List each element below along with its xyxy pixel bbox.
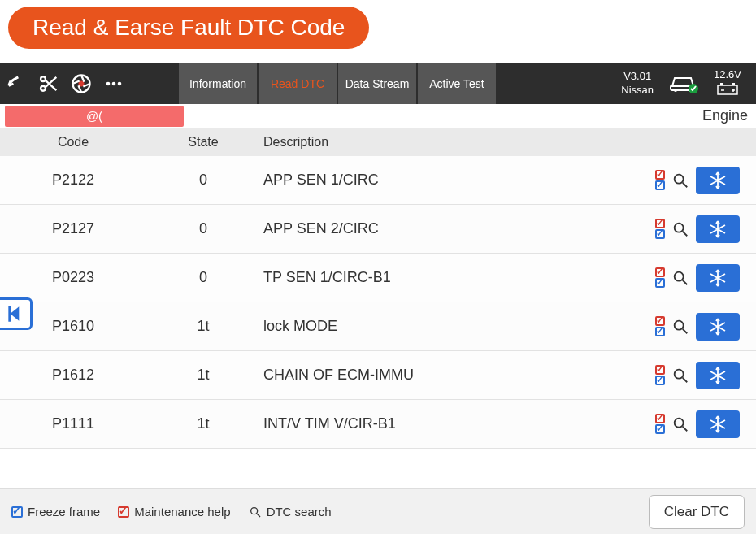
cell-state: 1t [146, 318, 260, 335]
svg-point-5 [112, 82, 116, 86]
cell-code: P2122 [0, 171, 146, 189]
cell-description: CHAIN OF ECM-IMMU [260, 367, 634, 384]
battery-icon [717, 82, 738, 95]
header-code: Code [0, 135, 146, 150]
freeze-frame-button[interactable] [696, 410, 740, 438]
tab-data-stream[interactable]: Data Stream [338, 63, 416, 104]
side-expand-tab[interactable] [0, 297, 33, 330]
dtc-table: Code State Description P2122 0 APP SEN 1… [0, 128, 756, 449]
legend-dtc-search: DTC search [249, 505, 332, 519]
cell-description: lock MODE [260, 318, 634, 335]
footer-bar: Freeze frame Maintenance help DTC search… [0, 488, 756, 534]
freeze-frame-button[interactable] [696, 313, 740, 341]
svg-point-14 [675, 174, 684, 183]
tab-information[interactable]: Information [179, 63, 257, 104]
top-toolbar: Information Read DTC Data Stream Active … [0, 63, 756, 104]
svg-point-8 [674, 89, 677, 92]
legend-search-label: DTC search [267, 505, 332, 519]
cell-code: P1612 [0, 367, 146, 384]
svg-point-17 [675, 320, 684, 329]
svg-point-21 [250, 507, 257, 514]
maintenance-help-icon[interactable] [655, 170, 665, 190]
table-row: P1111 1t INT/V TIM V/CIR-B1 [0, 400, 756, 449]
status-block: V3.01 Nissan 12.6V [621, 68, 756, 99]
car-connected-icon [668, 72, 699, 97]
maintenance-help-icon[interactable] [655, 316, 665, 336]
cell-code: P2127 [0, 220, 146, 237]
vehicle-label: Nissan [621, 84, 654, 98]
scissors-icon[interactable] [33, 63, 65, 104]
cell-description: APP SEN 1/CIRC [260, 171, 634, 189]
maintenance-help-icon[interactable] [655, 267, 665, 288]
header-description: Description [260, 135, 634, 150]
cell-code: P1111 [0, 415, 146, 432]
dtc-search-icon[interactable] [671, 269, 689, 287]
header-state: State [146, 135, 260, 150]
cell-actions [634, 264, 756, 292]
cell-code: P0223 [0, 269, 146, 286]
dtc-search-icon[interactable] [671, 220, 689, 238]
maintenance-help-icon[interactable] [655, 365, 665, 385]
freeze-frame-button[interactable] [696, 167, 740, 194]
legend-maintenance-help: Maintenance help [118, 505, 230, 519]
status-version-vehicle: V3.01 Nissan [621, 70, 654, 98]
back-icon[interactable] [0, 63, 33, 104]
magnify-icon [249, 506, 262, 519]
table-row: P2127 0 APP SEN 2/CIRC [0, 205, 756, 254]
table-row: P2122 0 APP SEN 1/CIRC [0, 156, 756, 205]
svg-point-16 [675, 271, 684, 280]
svg-point-4 [106, 82, 111, 86]
svg-point-19 [675, 418, 684, 427]
cell-state: 0 [146, 269, 260, 286]
freeze-frame-button[interactable] [696, 362, 740, 389]
table-row: P0223 0 TP SEN 1/CIRC-B1 [0, 254, 756, 302]
svg-point-6 [118, 82, 122, 86]
legend-maint-label: Maintenance help [134, 505, 230, 519]
svg-rect-13 [732, 83, 735, 85]
page-title-badge: Read & Earse Fault DTC Code [8, 7, 369, 49]
cell-actions [634, 215, 756, 243]
checkbox-red-icon [118, 506, 129, 518]
tab-active-test[interactable]: Active Test [418, 63, 496, 104]
breadcrumb-bar: @( Engine [0, 104, 756, 128]
svg-rect-20 [8, 306, 11, 322]
dtc-search-icon[interactable] [671, 171, 689, 189]
aperture-icon[interactable] [65, 63, 98, 104]
cell-description: INT/V TIM V/CIR-B1 [260, 415, 634, 432]
freeze-frame-button[interactable] [696, 264, 740, 292]
clear-dtc-button[interactable]: Clear DTC [649, 495, 745, 529]
tab-read-dtc[interactable]: Read DTC [259, 63, 337, 104]
more-icon[interactable] [98, 63, 130, 104]
freeze-frame-button[interactable] [696, 215, 740, 243]
cell-state: 1t [146, 367, 260, 384]
cell-actions [634, 362, 756, 389]
cell-state: 1t [146, 415, 260, 432]
dtc-search-icon[interactable] [671, 318, 689, 336]
cell-state: 0 [146, 171, 260, 189]
path-indicator: @( [5, 106, 184, 127]
legend-freeze-label: Freeze frame [28, 505, 100, 519]
cell-state: 0 [146, 220, 260, 237]
checkbox-blue-icon [11, 506, 23, 518]
svg-point-15 [675, 223, 684, 232]
tab-bar: Information Read DTC Data Stream Active … [179, 63, 497, 104]
voltage-label: 12.6V [714, 68, 741, 82]
table-row: P1612 1t CHAIN OF ECM-IMMU [0, 351, 756, 400]
dtc-search-icon[interactable] [671, 415, 689, 433]
maintenance-help-icon[interactable] [655, 219, 665, 239]
context-label: Engine [702, 107, 748, 124]
status-voltage: 12.6V [714, 68, 741, 99]
svg-point-18 [675, 369, 684, 378]
cell-description: APP SEN 2/CIRC [260, 220, 634, 237]
legend-freeze-frame: Freeze frame [11, 505, 100, 519]
table-header: Code State Description [0, 128, 756, 156]
version-label: V3.01 [621, 70, 654, 84]
maintenance-help-icon[interactable] [655, 414, 665, 434]
cell-description: TP SEN 1/CIRC-B1 [260, 269, 634, 286]
dtc-search-icon[interactable] [671, 367, 689, 384]
svg-rect-12 [720, 83, 723, 85]
table-row: P1610 1t lock MODE [0, 302, 756, 351]
cell-actions [634, 167, 756, 194]
cell-actions [634, 313, 756, 341]
cell-actions [634, 410, 756, 438]
